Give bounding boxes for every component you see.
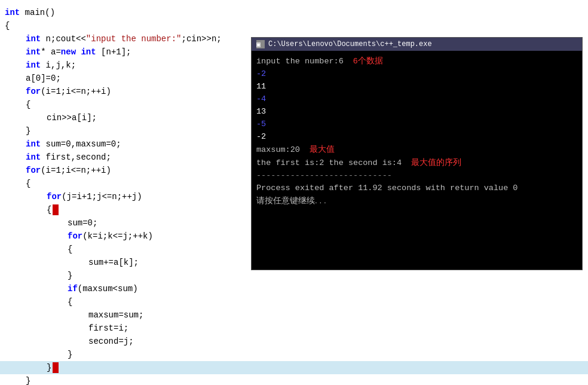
- code-line: }: [0, 374, 588, 385]
- code-line: first=i;: [0, 322, 588, 335]
- terminal-title: C:\Users\Lenovo\Documents\c++_temp.exe: [268, 40, 432, 48]
- code-line: {: [0, 19, 588, 32]
- terminal-body: input the number:6 6个数据-211-413-5-2maxsu…: [252, 51, 582, 267]
- code-line: second=j;: [0, 335, 588, 348]
- code-line: {: [0, 295, 588, 308]
- terminal-window[interactable]: ▣ C:\Users\Lenovo\Documents\c++_temp.exe…: [251, 37, 583, 270]
- code-line: }: [0, 348, 588, 361]
- terminal-titlebar: ▣ C:\Users\Lenovo\Documents\c++_temp.exe: [252, 38, 582, 51]
- code-line: }: [0, 361, 588, 374]
- code-line: }: [0, 269, 588, 282]
- code-line: maxsum=sum;: [0, 308, 588, 322]
- code-line: int main(): [0, 6, 588, 19]
- code-line: if(maxsum<sum): [0, 282, 588, 295]
- terminal-icon: ▣: [256, 40, 265, 48]
